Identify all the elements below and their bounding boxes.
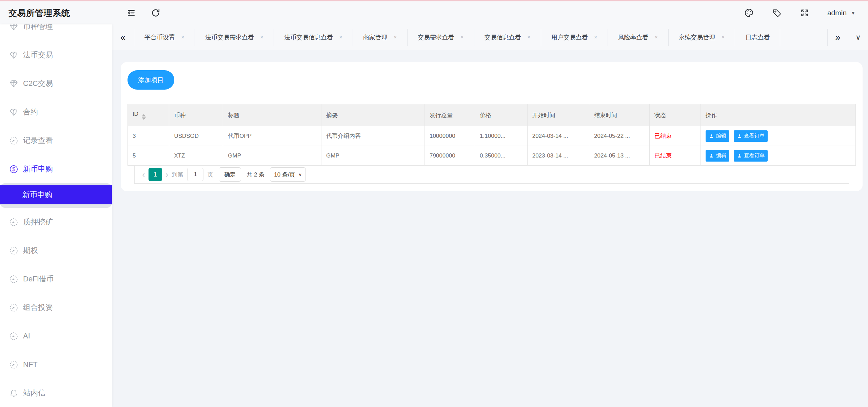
chevron-down-icon: ∨ [299, 172, 302, 177]
tab-close-icon[interactable]: × [722, 34, 725, 41]
gem-icon [9, 107, 19, 117]
sort-icon[interactable] [142, 114, 146, 120]
tab[interactable]: 法币交易信息查看× [274, 29, 353, 46]
column-header[interactable]: ID [128, 104, 169, 126]
action-label: 编辑 [716, 152, 726, 159]
sidebar-item-label: DeFi借币 [23, 274, 54, 284]
tab-label: 法币交易信息查看 [284, 33, 333, 41]
tabs-scroll-left-icon[interactable]: « [112, 29, 134, 46]
tab-label: 风险率查看 [618, 33, 649, 41]
sidebar-submenu: 新币申购 [0, 183, 112, 208]
column-header: 开始时间 [527, 104, 589, 126]
view-orders-button[interactable]: 查看订单 [734, 150, 768, 162]
status-badge: 已结束 [654, 152, 672, 159]
sidebar-item-label: C2C交易 [23, 78, 53, 89]
cell-price: 1.10000... [475, 126, 528, 146]
column-label: 操作 [706, 112, 717, 118]
edit-button[interactable]: 编辑 [706, 130, 729, 142]
palette-icon[interactable] [744, 8, 754, 18]
goto-prefix-label: 到第 [172, 171, 183, 179]
next-page-icon[interactable]: › [162, 169, 172, 180]
status-badge: 已结束 [654, 133, 672, 139]
sidebar-item[interactable]: 记录查看 [0, 126, 112, 155]
sidebar-item[interactable]: 期权 [0, 236, 112, 265]
add-project-button[interactable]: 添加项目 [127, 70, 174, 90]
action-label: 查看订单 [744, 152, 765, 159]
sidebar-item[interactable]: DeFi借币 [0, 265, 112, 293]
tabs-dropdown-icon[interactable]: ∨ [848, 29, 868, 46]
cell-start-time: 2024-03-14 ... [527, 126, 589, 146]
sidebar-item[interactable]: AI [0, 322, 112, 350]
sidebar-item[interactable]: 币种管理 [0, 24, 112, 41]
sidebar-item-label: NFT [23, 360, 38, 369]
tab-close-icon[interactable]: × [181, 34, 184, 41]
cell-title: 代币OPP [223, 126, 321, 146]
column-header: 标题 [223, 104, 321, 126]
tab[interactable]: 平台币设置× [134, 29, 195, 46]
tab-label: 商家管理 [363, 33, 388, 41]
page-size-select[interactable]: 10 条/页 ∨ [270, 167, 306, 182]
content-area: 添加项目 ID币种标题摘要发行总量价格开始时间结束时间状态操作 3USDSGD代… [112, 50, 868, 407]
tab-close-icon[interactable]: × [260, 34, 263, 41]
divider [121, 98, 863, 98]
tab-label: 法币交易需求查看 [205, 33, 254, 41]
column-header: 状态 [650, 104, 701, 126]
tab-close-icon[interactable]: × [527, 34, 531, 41]
sidebar-item[interactable]: 法币交易 [0, 41, 112, 69]
view-orders-button[interactable]: 查看订单 [734, 130, 768, 142]
sidebar: 币种管理法币交易C2C交易合约记录查看$新币申购新币申购质押挖矿期权DeFi借币… [0, 24, 112, 407]
total-count-label: 共 2 条 [246, 171, 264, 179]
column-label: 结束时间 [594, 112, 617, 118]
cell-end-time: 2024-05-22 ... [589, 126, 650, 146]
tab-label: 用户交易查看 [551, 33, 588, 41]
sidebar-item[interactable]: 合约 [0, 98, 112, 126]
sidebar-subitem[interactable]: 新币申购 [0, 185, 112, 204]
column-label: 币种 [174, 112, 185, 118]
sidebar-item[interactable]: 质押挖矿 [0, 208, 112, 236]
tab[interactable]: 永续交易管理× [669, 29, 735, 46]
sidebar-item[interactable]: $新币申购 [0, 155, 112, 183]
cell-end-time: 2024-05-13 ... [589, 146, 650, 166]
tab[interactable]: 风险率查看× [608, 29, 669, 46]
cell-actions: 编辑查看订单 [701, 146, 855, 166]
tab-label: 平台币设置 [144, 33, 175, 41]
refresh-icon[interactable] [151, 8, 161, 18]
column-label: 价格 [480, 112, 491, 118]
tabs-scroll-right-icon[interactable]: » [827, 29, 848, 46]
sidebar-item[interactable]: 站内信 [0, 379, 112, 407]
tab[interactable]: 商家管理× [353, 29, 408, 46]
tab[interactable]: 交易需求查看× [408, 29, 474, 46]
gauge-icon [9, 136, 19, 146]
tab[interactable]: 法币交易需求查看× [195, 29, 274, 46]
confirm-page-button[interactable]: 确定 [219, 167, 241, 182]
edit-button[interactable]: 编辑 [706, 150, 729, 162]
tag-icon[interactable] [772, 8, 782, 18]
tab-close-icon[interactable]: × [460, 34, 464, 41]
tab-close-icon[interactable]: × [394, 34, 397, 41]
tab[interactable]: 用户交易查看× [541, 29, 608, 46]
cell-summary: GMP [321, 146, 425, 166]
page-1-button[interactable]: 1 [149, 168, 162, 181]
chevron-down-icon: ▼ [851, 10, 855, 16]
sidebar-item-label: 币种管理 [23, 24, 53, 32]
tab[interactable]: 日志查看 [735, 29, 780, 46]
column-header: 操作 [701, 104, 855, 126]
tab-label: 交易需求查看 [418, 33, 454, 41]
action-label: 编辑 [716, 133, 726, 139]
column-header: 摘要 [321, 104, 425, 126]
sidebar-item[interactable]: NFT [0, 350, 112, 379]
sidebar-item[interactable]: C2C交易 [0, 69, 112, 98]
tab-close-icon[interactable]: × [594, 34, 597, 41]
tab-close-icon[interactable]: × [339, 34, 342, 41]
sidebar-item[interactable]: 组合投资 [0, 293, 112, 322]
user-menu[interactable]: admin ▼ [827, 9, 855, 17]
goto-page-input[interactable] [187, 168, 203, 181]
tab-close-icon[interactable]: × [655, 34, 658, 41]
tab[interactable]: 交易信息查看× [474, 29, 541, 46]
column-label: ID [133, 111, 138, 117]
gem-icon [9, 50, 19, 60]
fullscreen-icon[interactable] [800, 8, 810, 18]
collapse-menu-icon[interactable] [126, 8, 136, 18]
table-header-row: ID币种标题摘要发行总量价格开始时间结束时间状态操作 [128, 104, 856, 126]
prev-page-icon[interactable]: ‹ [139, 169, 149, 180]
